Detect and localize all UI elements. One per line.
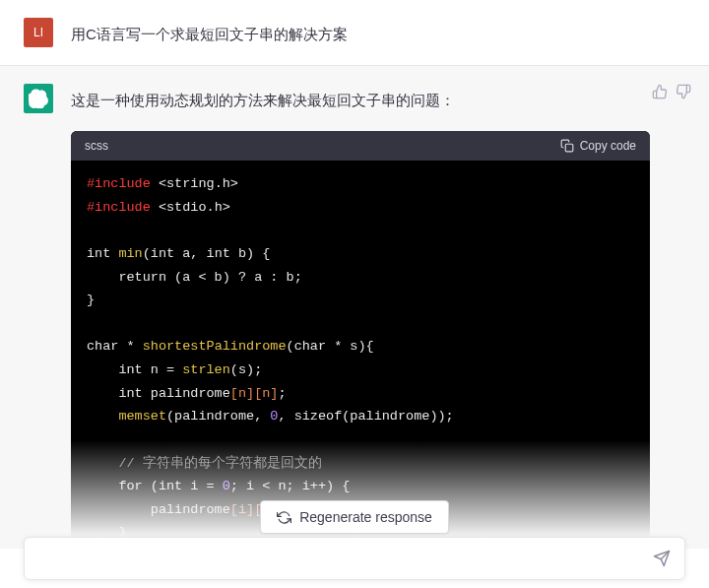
copy-code-button[interactable]: Copy code	[560, 139, 636, 153]
assistant-message-body: 这是一种使用动态规划的方法来解决最短回文子串的问题： scss Copy cod…	[71, 84, 689, 545]
refresh-icon	[277, 510, 291, 525]
assistant-avatar	[24, 84, 53, 113]
send-button[interactable]	[653, 550, 671, 567]
svg-rect-0	[565, 144, 573, 152]
code-header: scss Copy code	[71, 131, 650, 161]
user-message-text: 用C语言写一个求最短回文子串的解决方案	[71, 18, 681, 47]
user-message-row: LI 用C语言写一个求最短回文子串的解决方案	[0, 0, 709, 66]
code-content: #include <string.h> #include <stdio.h> i…	[71, 161, 650, 545]
assistant-message-row: 这是一种使用动态规划的方法来解决最短回文子串的问题： scss Copy cod…	[0, 66, 709, 545]
message-input-bar	[24, 537, 685, 580]
clipboard-icon	[560, 139, 574, 153]
message-input[interactable]	[38, 551, 653, 566]
code-language-label: scss	[85, 139, 108, 153]
thumbs-up-icon[interactable]	[652, 84, 668, 99]
feedback-buttons	[652, 84, 691, 99]
regenerate-button[interactable]: Regenerate response	[260, 500, 449, 534]
copy-code-label: Copy code	[580, 139, 636, 153]
send-icon	[653, 550, 671, 567]
user-avatar: LI	[24, 18, 53, 47]
code-block: scss Copy code #include <string.h> #incl…	[71, 131, 650, 545]
regenerate-label: Regenerate response	[299, 509, 432, 525]
thumbs-down-icon[interactable]	[676, 84, 691, 99]
assistant-intro-text: 这是一种使用动态规划的方法来解决最短回文子串的问题：	[71, 84, 650, 113]
